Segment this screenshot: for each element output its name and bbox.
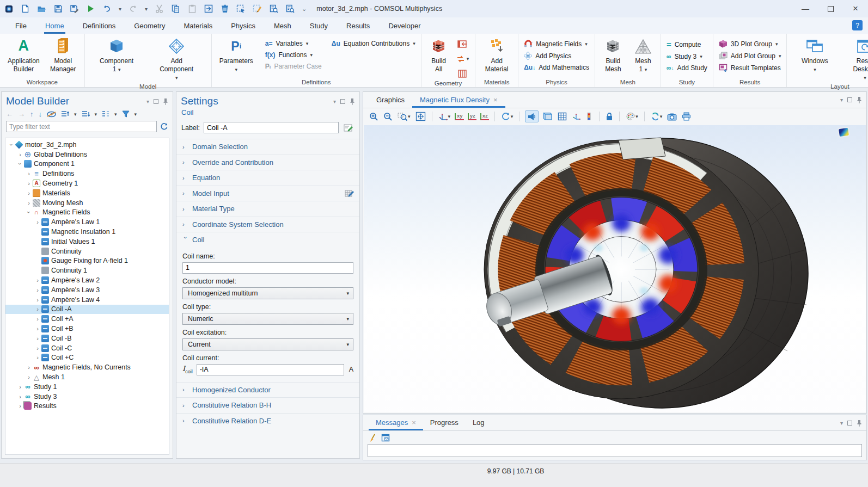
rebuild-icon[interactable]: ▾ <box>455 53 470 65</box>
add-mathematics-button[interactable]: Δu↓Add Mathematics <box>524 64 589 71</box>
node-view-button[interactable] <box>102 110 109 118</box>
zoom-in-icon[interactable] <box>369 110 379 122</box>
view-xy-button[interactable]: xy <box>455 113 464 120</box>
tab-study[interactable]: Study <box>309 17 329 34</box>
rename-button[interactable] <box>343 122 354 133</box>
undo-dropdown[interactable]: ▾ <box>119 6 121 12</box>
result-templates-button[interactable]: Result Templates <box>719 64 781 72</box>
reset-desktop-button[interactable]: Reset Desktop ▾ <box>849 36 868 83</box>
zoom-out-icon[interactable] <box>383 110 393 122</box>
tree-item-coil-minus-c[interactable]: ›Coil -C <box>5 343 169 353</box>
panel-menu-icon[interactable]: ▾ <box>840 420 843 426</box>
new-file-button[interactable] <box>21 4 30 14</box>
tab-progress[interactable]: Progress <box>423 415 466 430</box>
tree-item-definitions[interactable]: ›≡Definitions <box>5 169 169 178</box>
tree-item-coil-plus-a[interactable]: ›Coil +A <box>5 314 169 324</box>
tree-item-materials[interactable]: ›Materials <box>5 188 169 198</box>
3d-plot-group-button[interactable]: 3D Plot Group ▾ <box>719 40 781 48</box>
node-view-dropdown[interactable]: ▾ <box>114 112 117 117</box>
view-orientation-icon[interactable]: ▾ <box>438 110 451 122</box>
component-1-button[interactable]: Component 1 ▾ <box>99 36 135 75</box>
panel-pin-icon[interactable] <box>350 98 355 105</box>
insert-sequence-icon[interactable] <box>455 38 470 50</box>
redo-dropdown[interactable]: ▾ <box>145 6 148 12</box>
functions-button[interactable]: f(x)Functions ▾ <box>265 51 322 59</box>
view-yz-button[interactable]: yz <box>468 113 476 120</box>
tree-item-coil-plus-c[interactable]: ›Coil +C <box>5 353 169 363</box>
zoom-extents-icon[interactable] <box>415 110 426 122</box>
coil-name-input[interactable] <box>182 262 353 274</box>
panel-menu-icon[interactable]: ▾ <box>840 97 843 103</box>
section-domain-selection[interactable]: ›Domain Selection <box>176 139 359 155</box>
tree-item-coil-minus-b[interactable]: ›Coil -B <box>5 334 169 343</box>
panel-pin-icon[interactable] <box>857 96 862 103</box>
tab-close-icon[interactable]: × <box>493 96 498 104</box>
panel-float-icon[interactable] <box>847 421 852 426</box>
tree-item-amperes-law-1[interactable]: ›Ampère's Law 1 <box>5 217 169 227</box>
build-all-button[interactable]: Build All <box>427 36 451 75</box>
tree-item-coil-plus-b[interactable]: ›Coil +B <box>5 324 169 334</box>
undo-button[interactable] <box>102 4 112 14</box>
tree-item-continuity[interactable]: Continuity <box>5 246 169 256</box>
coil-current-input[interactable] <box>197 364 344 375</box>
section-constitutive-relation-bh[interactable]: ›Constitutive Relation B-H <box>176 397 359 413</box>
copy-button[interactable] <box>171 4 180 14</box>
conductor-model-select[interactable]: Homogenized multiturn▾ <box>182 287 353 299</box>
scene-light-icon[interactable] <box>542 110 553 122</box>
tab-developer[interactable]: Developer <box>387 17 421 34</box>
move-up-button[interactable]: ↑ <box>30 110 34 118</box>
tree-item-moving-mesh[interactable]: ›Moving Mesh <box>5 198 169 208</box>
study-3-button[interactable]: ∞Study 3 ▾ <box>667 53 707 60</box>
graphics-viewport[interactable] <box>364 125 866 412</box>
filter-funnel-icon[interactable] <box>122 110 130 118</box>
tab-physics[interactable]: Physics <box>230 17 256 34</box>
tree-item-component-1[interactable]: ›Component 1 <box>5 159 169 169</box>
open-file-button[interactable] <box>37 4 46 14</box>
section-equation[interactable]: ›Equation <box>176 170 359 186</box>
section-coordinate-system-selection[interactable]: ›Coordinate System Selection <box>176 217 359 232</box>
orientation-axes-icon[interactable] <box>571 110 582 122</box>
compute-button[interactable]: =Compute <box>667 40 707 49</box>
qat-customize-dropdown[interactable]: ⌄ <box>302 5 307 13</box>
model-manager-button[interactable]: Model Manager <box>47 36 79 75</box>
add-component-button[interactable]: Add Component ▾ <box>156 36 197 83</box>
add-physics-button[interactable]: Add Physics <box>524 52 589 60</box>
message-window-icon[interactable] <box>381 434 390 442</box>
minimize-button[interactable]: — <box>793 0 818 17</box>
update-plot-icon[interactable]: ▾ <box>650 110 663 122</box>
tree-item-gauge-fixing[interactable]: Gauge Fixing for A-field 1 <box>5 256 169 266</box>
application-builder-button[interactable]: A Application Builder <box>5 36 42 75</box>
messages-output-field[interactable] <box>368 444 862 457</box>
physics-interface-button[interactable]: +−Magnetic Fields ▾ <box>524 40 589 48</box>
tree-item-initial-values-1[interactable]: Initial Values 1 <box>5 237 169 246</box>
select-box-button[interactable] <box>236 4 246 14</box>
tree-item-global-definitions[interactable]: ›⊕Global Definitions <box>5 150 169 159</box>
find-button[interactable] <box>269 4 278 14</box>
forward-button[interactable]: → <box>18 110 25 118</box>
add-study-button[interactable]: ∞↓Add Study <box>667 64 707 72</box>
view-xz-button[interactable]: xz <box>480 113 489 120</box>
parameters-button[interactable]: Pi Parameters▾ <box>217 36 255 75</box>
plot-thumbnail-icon[interactable] <box>839 128 849 137</box>
tab-home[interactable]: Home <box>44 17 65 34</box>
print-icon[interactable] <box>681 110 692 122</box>
tree-filter-input[interactable] <box>6 121 157 132</box>
rotate-view-icon[interactable]: ▾ <box>500 110 514 122</box>
tab-mesh[interactable]: Mesh <box>273 17 292 34</box>
panel-menu-icon[interactable]: ▾ <box>146 98 149 104</box>
filter-dropdown[interactable]: ▾ <box>135 112 137 117</box>
duplicate-button[interactable] <box>204 4 213 14</box>
tree-item-study-1[interactable]: ›∞Study 1 <box>5 382 169 392</box>
find-and-replace-button[interactable] <box>285 4 295 14</box>
tree-item-mesh-1[interactable]: ›△Mesh 1 <box>5 372 169 382</box>
panel-pin-icon[interactable] <box>857 420 862 427</box>
virtual-operations-icon[interactable] <box>455 67 470 79</box>
tab-close-icon[interactable]: × <box>412 418 416 427</box>
panel-float-icon[interactable] <box>847 97 852 102</box>
tree-item-amperes-law-2[interactable]: ›Ampère's Law 2 <box>5 275 169 285</box>
equation-contributions-button[interactable]: ΔuEquation Contributions ▾ <box>332 40 415 47</box>
section-model-input[interactable]: ›Model Input <box>176 186 359 201</box>
cut-button[interactable] <box>155 4 164 14</box>
transparency-toggle[interactable] <box>525 110 539 122</box>
tree-item-amperes-law-4[interactable]: ›Ampère's Law 4 <box>5 295 169 305</box>
